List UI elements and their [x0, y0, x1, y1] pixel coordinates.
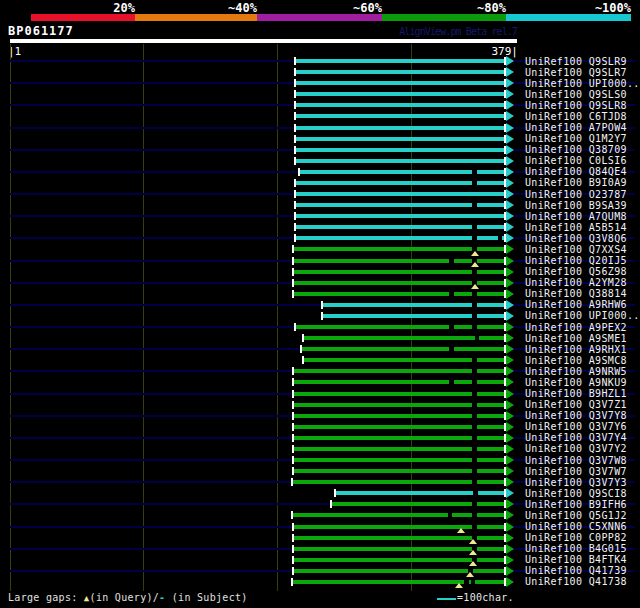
scale-line-icon: [437, 598, 456, 600]
hit-label[interactable]: UniRef100_Q38709: [525, 144, 640, 155]
hit-label[interactable]: UniRef100_Q3V7Y8: [525, 410, 640, 421]
hit-label[interactable]: UniRef100_A9NKU9: [525, 377, 640, 388]
subject-gap-mark: [472, 502, 477, 506]
hit-label[interactable]: UniRef100_Q9SLR7: [525, 67, 640, 78]
hit-label[interactable]: UniRef100_Q56Z98: [525, 266, 640, 277]
subject-gap-mark: [449, 380, 454, 384]
hit-label[interactable]: UniRef100_A9RHW6: [525, 299, 640, 310]
hit-label[interactable]: UniRef100_A7QUM8: [525, 211, 640, 222]
hit-bar[interactable]: [304, 336, 504, 340]
hit-label[interactable]: UniRef100_C0LSI6: [525, 155, 640, 166]
hit-start-tick: [294, 101, 296, 109]
hit-label[interactable]: UniRef100_Q3V8Q6: [525, 233, 640, 244]
subject-gap-mark: [449, 292, 454, 296]
hit-label[interactable]: UniRef100_Q9SLR9: [525, 56, 640, 67]
hit-bar[interactable]: [296, 192, 504, 196]
subject-gap-mark: [448, 513, 453, 517]
hit-label[interactable]: UniRef100_B9I0A9: [525, 177, 640, 188]
hit-start-tick: [294, 68, 296, 76]
alignment-row: UniRef100_B4G015: [0, 543, 640, 554]
hit-arrowhead-icon: [506, 256, 514, 266]
hit-label[interactable]: UniRef100_B9HZL1: [525, 388, 640, 399]
hit-start-tick: [294, 179, 296, 187]
alignment-row: UniRef100_Q9SCI8: [0, 488, 640, 499]
hit-start-tick: [292, 567, 294, 575]
alignment-row: UniRef100_C0PP82: [0, 532, 640, 543]
hit-label[interactable]: UniRef100_Q41739: [525, 565, 640, 576]
hit-start-tick: [292, 545, 294, 553]
hit-label[interactable]: UniRef100_B9IFH6: [525, 499, 640, 510]
hit-label[interactable]: UniRef100_C6TJD8: [525, 111, 640, 122]
hit-label[interactable]: UniRef100_A9RHX1: [525, 344, 640, 355]
hit-label[interactable]: UniRef100_Q3V7W7: [525, 466, 640, 477]
hit-arrowhead-icon: [506, 244, 514, 254]
hit-label[interactable]: UniRef100_Q9SCI8: [525, 488, 640, 499]
hit-arrowhead-icon: [506, 211, 514, 221]
hit-label[interactable]: UniRef100_Q9SLS0: [525, 89, 640, 100]
hit-bar[interactable]: [302, 347, 503, 351]
hit-label[interactable]: UniRef100_UPI000..: [525, 78, 640, 89]
hit-label[interactable]: UniRef100_A9NRW5: [525, 366, 640, 377]
hit-label[interactable]: UniRef100_A9SME1: [525, 333, 640, 344]
alignment-row: UniRef100_Q5G1J2: [0, 510, 640, 521]
hit-start-tick: [291, 578, 293, 586]
hit-label[interactable]: UniRef100_Q9SLR8: [525, 100, 640, 111]
hit-label[interactable]: UniRef100_Q38814: [525, 288, 640, 299]
hit-start-tick: [294, 234, 296, 242]
hit-label[interactable]: UniRef100_Q5G1J2: [525, 510, 640, 521]
hit-bar[interactable]: [296, 92, 504, 96]
alignment-row: UniRef100_A9NKU9: [0, 377, 640, 388]
hit-bar[interactable]: [296, 148, 504, 152]
hit-bar[interactable]: [296, 114, 504, 118]
hit-label[interactable]: UniRef100_B4G015: [525, 543, 640, 554]
hit-bar[interactable]: [296, 137, 504, 141]
hit-label[interactable]: UniRef100_UPI000..: [525, 310, 640, 321]
hit-bar[interactable]: [296, 159, 504, 163]
hit-label[interactable]: UniRef100_Q7XXS4: [525, 244, 640, 255]
subject-gap-mark: [472, 414, 477, 418]
hit-label[interactable]: UniRef100_C5XNN6: [525, 521, 640, 532]
hit-label[interactable]: UniRef100_A5B514: [525, 222, 640, 233]
hit-start-tick: [291, 478, 293, 486]
hit-label[interactable]: UniRef100_A7POW4: [525, 122, 640, 133]
hit-label[interactable]: UniRef100_A9PEX2: [525, 322, 640, 333]
hit-label[interactable]: UniRef100_C0PP82: [525, 532, 640, 543]
hit-bar[interactable]: [296, 103, 504, 107]
hit-arrowhead-icon: [506, 499, 514, 509]
hit-bar[interactable]: [296, 214, 504, 218]
alignment-row: UniRef100_UPI000..: [0, 78, 640, 89]
hit-bar[interactable]: [296, 81, 504, 85]
alignment-row: UniRef100_Q20IJ5: [0, 255, 640, 266]
hit-bar[interactable]: [332, 502, 504, 506]
hit-label[interactable]: UniRef100_Q3V7Y3: [525, 477, 640, 488]
alignment-row: UniRef100_Q9SLR7: [0, 67, 640, 78]
hit-label[interactable]: UniRef100_O23787: [525, 189, 640, 200]
alignment-row: UniRef100_Q41739: [0, 565, 640, 576]
hit-label[interactable]: UniRef100_Q84QE4: [525, 166, 640, 177]
hit-arrowhead-icon: [506, 233, 514, 243]
hit-arrowhead-icon: [506, 488, 514, 498]
hit-start-tick: [294, 79, 296, 87]
hit-arrowhead-icon: [506, 510, 514, 520]
hit-label[interactable]: UniRef100_Q1M2Y7: [525, 133, 640, 144]
hit-label[interactable]: UniRef100_Q3V7W8: [525, 455, 640, 466]
hit-label[interactable]: UniRef100_Q3V7Z1: [525, 399, 640, 410]
hit-arrowhead-icon: [506, 56, 514, 66]
hit-label[interactable]: UniRef100_B4FTK4: [525, 554, 640, 565]
hit-bar[interactable]: [296, 70, 504, 74]
hit-label[interactable]: UniRef100_Q41738: [525, 576, 640, 587]
subject-gap-mark: [472, 236, 477, 240]
hit-bar[interactable]: [296, 126, 504, 130]
hit-label[interactable]: UniRef100_A2YM28: [525, 277, 640, 288]
hit-start-tick: [294, 223, 296, 231]
hit-label[interactable]: UniRef100_B9SA39: [525, 200, 640, 211]
hit-bar[interactable]: [336, 491, 504, 495]
hit-label[interactable]: UniRef100_A9SMC8: [525, 355, 640, 366]
hit-label[interactable]: UniRef100_Q20IJ5: [525, 255, 640, 266]
hit-label[interactable]: UniRef100_Q3V7Y4: [525, 432, 640, 443]
alignment-row: UniRef100_B4FTK4: [0, 554, 640, 565]
alignment-row: UniRef100_A7POW4: [0, 122, 640, 133]
hit-label[interactable]: UniRef100_Q3V7Y2: [525, 443, 640, 454]
hit-label[interactable]: UniRef100_Q3V7Y6: [525, 421, 640, 432]
hit-bar[interactable]: [296, 59, 504, 63]
